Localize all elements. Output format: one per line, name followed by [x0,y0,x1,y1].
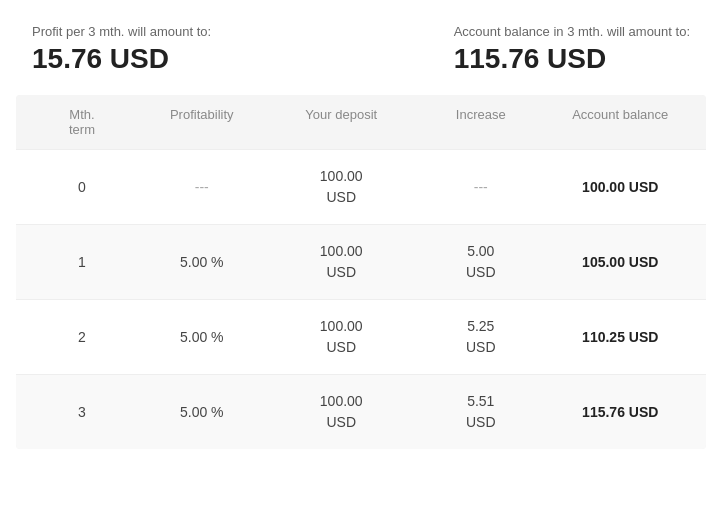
cell-mth-2: 2 [32,327,132,348]
header-increase: Increase [411,107,551,137]
cell-mth-0: 0 [32,177,132,198]
cell-balance-1: 105.00 USD [551,252,691,273]
table-header: Mth.term Profitability Your deposit Incr… [16,95,706,149]
header-account-balance: Account balance [551,107,691,137]
header-mth-term: Mth.term [32,107,132,137]
cell-deposit-1: 100.00USD [272,241,412,283]
cell-profitability-0: --- [132,177,272,198]
profit-value: 15.76 USD [32,43,211,75]
cell-profitability-2: 5.00 % [132,327,272,348]
table-row: 1 5.00 % 100.00USD 5.00USD 105.00 USD [16,224,706,299]
cell-increase-1: 5.00USD [411,241,551,283]
cell-deposit-0: 100.00USD [272,166,412,208]
table-row: 3 5.00 % 100.00USD 5.51USD 115.76 USD [16,374,706,449]
cell-profitability-1: 5.00 % [132,252,272,273]
header-your-deposit: Your deposit [272,107,412,137]
cell-increase-0: --- [411,177,551,198]
cell-profitability-3: 5.00 % [132,402,272,423]
cell-mth-3: 3 [32,402,132,423]
table-row: 2 5.00 % 100.00USD 5.25USD 110.25 USD [16,299,706,374]
balance-label: Account balance in 3 mth. will amount to… [454,24,690,39]
balance-block: Account balance in 3 mth. will amount to… [454,24,690,75]
cell-balance-0: 100.00 USD [551,177,691,198]
cell-deposit-2: 100.00USD [272,316,412,358]
cell-balance-2: 110.25 USD [551,327,691,348]
cell-increase-2: 5.25USD [411,316,551,358]
cell-increase-3: 5.51USD [411,391,551,433]
table-row: 0 --- 100.00USD --- 100.00 USD [16,149,706,224]
cell-balance-3: 115.76 USD [551,402,691,423]
profit-block: Profit per 3 mth. will amount to: 15.76 … [32,24,211,75]
summary-section: Profit per 3 mth. will amount to: 15.76 … [0,0,722,95]
data-table: Mth.term Profitability Your deposit Incr… [16,95,706,449]
cell-deposit-3: 100.00USD [272,391,412,433]
profit-label: Profit per 3 mth. will amount to: [32,24,211,39]
header-profitability: Profitability [132,107,272,137]
balance-value: 115.76 USD [454,43,690,75]
cell-mth-1: 1 [32,252,132,273]
